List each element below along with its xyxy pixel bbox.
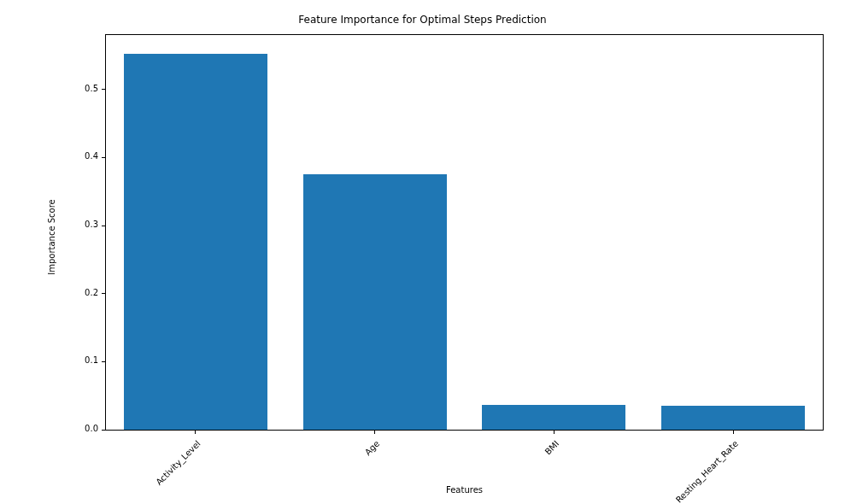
bar-bmi [482, 405, 625, 430]
y-tick-label: 0.0 [85, 424, 98, 433]
y-tick-label: 0.5 [85, 84, 98, 93]
x-tick-label: Activity_Level [154, 439, 202, 487]
x-tick-label: Age [363, 439, 381, 457]
x-tick-label: BMI [543, 439, 560, 457]
bars-group [106, 35, 823, 430]
y-tick-label: 0.1 [85, 355, 98, 365]
x-axis-label: Features [105, 485, 824, 495]
bar-age [303, 174, 447, 430]
y-tick-label: 0.2 [85, 288, 98, 297]
chart-title: Feature Importance for Optimal Steps Pre… [0, 14, 845, 26]
bar-activity-level [124, 54, 267, 430]
y-tick-label: 0.3 [85, 220, 98, 229]
y-axis-label: Importance Score [47, 199, 56, 275]
chart-container: Feature Importance for Optimal Steps Pre… [0, 0, 845, 504]
bar-resting-heart-rate [661, 406, 805, 430]
plot-area [105, 34, 824, 431]
y-tick-label: 0.4 [85, 151, 98, 161]
